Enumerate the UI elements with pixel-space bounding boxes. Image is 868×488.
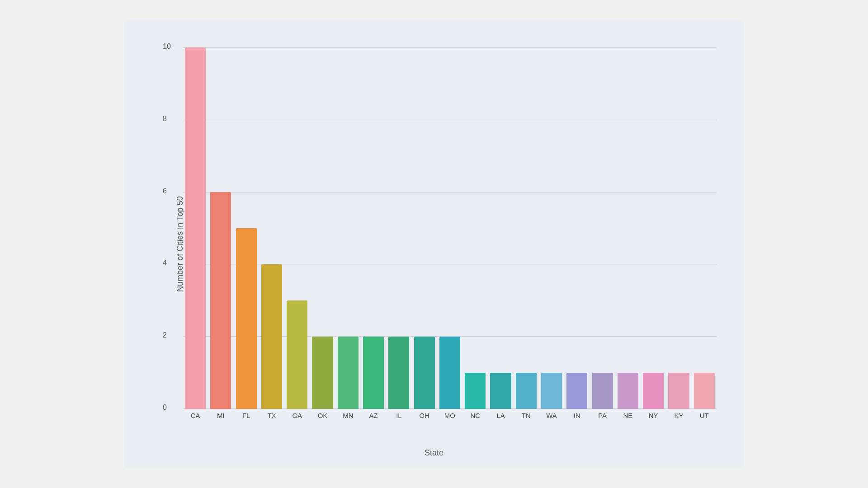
bar-group bbox=[616, 47, 640, 409]
bar-group bbox=[463, 47, 487, 409]
bar-group bbox=[234, 47, 259, 409]
grid-line-label: 8 bbox=[163, 115, 167, 123]
bar-ky bbox=[668, 373, 689, 409]
bar-group bbox=[310, 47, 335, 409]
bar-ca bbox=[185, 47, 206, 409]
bar-group bbox=[590, 47, 615, 409]
x-label-ok: OK bbox=[310, 412, 335, 419]
bar-ne bbox=[618, 373, 638, 409]
x-axis-label: State bbox=[425, 448, 443, 458]
x-label-ny: NY bbox=[641, 412, 665, 419]
x-label-tn: TN bbox=[514, 412, 538, 419]
bar-pa bbox=[592, 373, 613, 409]
x-label-ut: UT bbox=[692, 412, 717, 419]
x-label-tx: TX bbox=[259, 412, 284, 419]
bar-group bbox=[259, 47, 284, 409]
x-label-mn: MN bbox=[336, 412, 360, 419]
bar-wa bbox=[541, 373, 562, 409]
bar-group bbox=[514, 47, 538, 409]
bar-ok bbox=[312, 337, 333, 409]
bar-mo bbox=[439, 337, 460, 409]
chart-container: Number of Cities in Top 50 State 1086420… bbox=[124, 20, 744, 468]
x-label-la: LA bbox=[488, 412, 513, 419]
grid-line-label: 6 bbox=[163, 187, 167, 195]
x-label-pa: PA bbox=[590, 412, 615, 419]
grid-line-label: 2 bbox=[163, 331, 167, 339]
bar-ga bbox=[287, 300, 307, 409]
x-label-in: IN bbox=[565, 412, 589, 419]
x-label-az: AZ bbox=[361, 412, 386, 419]
bar-mn bbox=[338, 337, 359, 409]
bar-group bbox=[208, 47, 233, 409]
x-label-oh: OH bbox=[412, 412, 437, 419]
bar-ny bbox=[643, 373, 664, 409]
bar-group bbox=[539, 47, 564, 409]
x-label-ne: NE bbox=[616, 412, 640, 419]
bar-tn bbox=[516, 373, 537, 409]
x-label-nc: NC bbox=[463, 412, 487, 419]
bars-area bbox=[183, 47, 717, 409]
x-label-il: IL bbox=[387, 412, 411, 419]
bar-oh bbox=[414, 337, 435, 409]
bar-il bbox=[388, 337, 409, 409]
bar-group bbox=[488, 47, 513, 409]
x-label-ca: CA bbox=[183, 412, 208, 419]
bar-ut bbox=[694, 373, 715, 409]
bar-group bbox=[361, 47, 386, 409]
bar-in bbox=[566, 373, 587, 409]
x-label-wa: WA bbox=[539, 412, 564, 419]
x-label-mi: MI bbox=[208, 412, 233, 419]
chart-area: 1086420 CAMIFLTXGAOKMNAZILOHMONCLATNWAIN… bbox=[160, 47, 717, 432]
bar-group bbox=[387, 47, 411, 409]
bar-group bbox=[666, 47, 691, 409]
grid-line-label: 10 bbox=[163, 42, 171, 51]
bar-group bbox=[412, 47, 437, 409]
bar-fl bbox=[236, 228, 257, 409]
bar-la bbox=[490, 373, 511, 409]
x-label-fl: FL bbox=[234, 412, 259, 419]
bar-tx bbox=[261, 264, 282, 409]
bar-group bbox=[692, 47, 717, 409]
x-label-ga: GA bbox=[285, 412, 309, 419]
grid-line-label: 4 bbox=[163, 259, 167, 267]
bar-group bbox=[336, 47, 360, 409]
bar-group bbox=[565, 47, 589, 409]
x-label-mo: MO bbox=[438, 412, 462, 419]
bar-nc bbox=[465, 373, 486, 409]
bar-group bbox=[641, 47, 665, 409]
bar-mi bbox=[210, 192, 231, 409]
bar-group bbox=[183, 47, 208, 409]
grid-line-label: 0 bbox=[163, 404, 167, 412]
x-label-ky: KY bbox=[666, 412, 691, 419]
bar-group bbox=[438, 47, 462, 409]
bar-group bbox=[285, 47, 309, 409]
bar-az bbox=[363, 337, 384, 409]
x-labels: CAMIFLTXGAOKMNAZILOHMONCLATNWAINPANENYKY… bbox=[183, 409, 717, 432]
